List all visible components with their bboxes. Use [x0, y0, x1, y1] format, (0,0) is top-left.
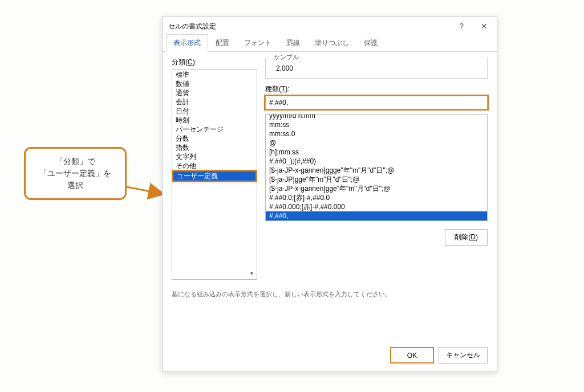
chevron-down-icon[interactable]: ▾: [248, 270, 256, 278]
cat-date[interactable]: 日付: [172, 107, 257, 116]
category-label: 分類(C):: [172, 58, 257, 67]
cat-accounting[interactable]: 会計: [172, 97, 257, 107]
close-icon[interactable]: ✕: [477, 21, 491, 32]
cat-currency[interactable]: 通貨: [172, 88, 257, 97]
cat-scientific[interactable]: 指数: [172, 143, 257, 152]
tab-alignment[interactable]: 配置: [208, 34, 237, 52]
titlebar: セルの書式設定 ? ✕: [163, 17, 497, 34]
sample-value: 2,000: [273, 62, 480, 74]
tab-fill[interactable]: 塗りつぶし: [307, 34, 356, 52]
dialog-title: セルの書式設定: [168, 22, 216, 31]
cat-percentage[interactable]: パーセンテージ: [172, 125, 257, 134]
ok-button[interactable]: OK: [390, 347, 434, 364]
type-item[interactable]: #,##0_);(#,##0): [266, 157, 487, 166]
format-cells-dialog: セルの書式設定 ? ✕ 表示形式 配置 フォント 罫線 塗りつぶし 保護 分類(…: [162, 17, 497, 372]
type-item[interactable]: [h]:mm:ss: [266, 148, 487, 157]
type-item[interactable]: [$-ja-JP]gge"年"m"月"d"日";@: [266, 175, 487, 184]
type-item[interactable]: [$-ja-JP-x-gannen]ggge"年"m"月"d"日";@: [266, 166, 487, 175]
type-label: 種類(T):: [265, 84, 488, 94]
sample-label: サンプル: [271, 53, 301, 62]
help-icon[interactable]: ?: [456, 21, 467, 32]
sample-box: サンプル 2,000: [265, 58, 488, 79]
tabbar: 表示形式 配置 フォント 罫線 塗りつぶし 保護: [163, 34, 497, 52]
cat-general[interactable]: 標準: [172, 70, 257, 79]
dialog-footer: OK キャンセル: [390, 347, 488, 364]
svg-line-1: [127, 187, 162, 194]
type-item[interactable]: mm:ss.0: [266, 129, 487, 138]
tab-number[interactable]: 表示形式: [166, 34, 208, 52]
type-item[interactable]: #,##0,: [266, 211, 487, 220]
tab-border[interactable]: 罫線: [279, 34, 307, 52]
cat-fraction[interactable]: 分数: [172, 134, 257, 143]
type-input[interactable]: [265, 96, 488, 109]
cat-custom[interactable]: ユーザー定義: [172, 170, 257, 182]
type-item[interactable]: [$-ja-JP-x-gannen]gge"年"m"月"d"日";@: [266, 184, 487, 193]
delete-button[interactable]: 削除(D): [445, 229, 488, 246]
cat-special[interactable]: その他: [172, 161, 257, 170]
hint-text: 基になる組み込みの表示形式を選択し、新しい表示形式を入力してください。: [172, 290, 488, 299]
callout-category: 「分類」で 「ユーザー定義」を 選択: [24, 147, 127, 200]
cat-number[interactable]: 数値: [172, 79, 257, 88]
type-item[interactable]: #,##0.000;[赤]-#,##0.000: [266, 202, 487, 211]
type-item[interactable]: yyyy/m/d h:mm: [266, 114, 487, 120]
cat-time[interactable]: 時刻: [172, 116, 257, 125]
type-item[interactable]: #,##0.0;[赤]-#,##0.0: [266, 193, 487, 202]
cat-text[interactable]: 文字列: [172, 152, 257, 161]
category-listbox[interactable]: 標準 数値 通貨 会計 日付 時刻 パーセンテージ 分数 指数 文字列 その他 …: [172, 69, 257, 280]
callout-text: 「分類」で 「ユーザー定義」を 選択: [36, 156, 115, 191]
dialog-body: 分類(C): 標準 数値 通貨 会計 日付 時刻 パーセンテージ 分数 指数 文…: [163, 52, 497, 307]
type-item[interactable]: mm:ss: [266, 120, 487, 129]
type-listbox[interactable]: yyyy/m/d h:mm mm:ss mm:ss.0 @ [h]:mm:ss …: [265, 114, 488, 221]
type-item[interactable]: @: [266, 138, 487, 148]
cancel-button[interactable]: キャンセル: [439, 347, 488, 364]
tab-font[interactable]: フォント: [237, 34, 279, 52]
tab-protection[interactable]: 保護: [356, 34, 385, 52]
